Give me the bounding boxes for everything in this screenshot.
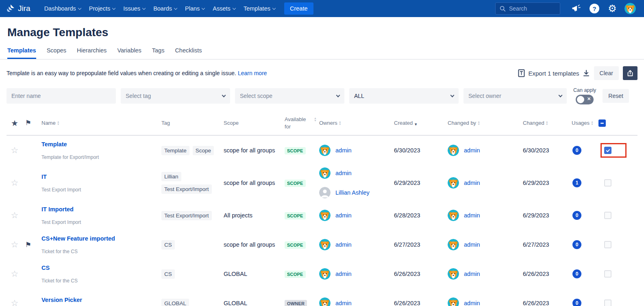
row-checkbox[interactable]	[604, 270, 611, 278]
col-header-tag[interactable]: Tag	[161, 119, 224, 127]
tag-chip: Test Export/Import	[161, 211, 212, 220]
tab-tags[interactable]: Tags	[152, 47, 165, 59]
flag-icon[interactable]: ⚑	[23, 241, 41, 249]
owner-link[interactable]: admin	[335, 241, 352, 248]
tab-hierarchies[interactable]: Hierarchies	[77, 47, 107, 59]
template-subtitle: Ticket for the CS	[41, 249, 153, 254]
star-icon[interactable]: ☆	[7, 145, 23, 155]
row-checkbox[interactable]	[604, 147, 611, 154]
owner-entry: admin	[319, 268, 389, 280]
nav-menu-templates[interactable]: Templates	[239, 3, 279, 14]
owner-link[interactable]: admin	[335, 300, 352, 306]
col-header-usages[interactable]: Usages ▲▼	[567, 119, 598, 127]
download-icon	[583, 69, 590, 77]
select-all-header	[598, 119, 627, 127]
nav-menu-assets[interactable]: Assets	[209, 3, 239, 14]
changed-by-link[interactable]: admin	[464, 212, 480, 219]
owner-link[interactable]: Lillian Ashley	[335, 189, 370, 196]
col-header-name[interactable]: Name ▲▼	[41, 119, 161, 127]
nav-menu-plans[interactable]: Plans	[181, 3, 209, 14]
star-icon[interactable]: ☆	[7, 178, 23, 188]
row-checkbox[interactable]	[604, 241, 611, 248]
table-row: ☆ ⚑ CS Ticket for the CS CS GLOBAL SCOPE…	[7, 259, 637, 289]
settings-button[interactable]: ⚙	[606, 2, 619, 15]
can-apply-toggle[interactable]: ✕	[576, 95, 594, 104]
flag-column-header-icon[interactable]: ⚑	[23, 119, 41, 127]
navbar-search[interactable]	[495, 2, 560, 15]
share-upload-icon	[627, 69, 634, 77]
top-navbar: Jira DashboardsProjectsIssuesBoardsPlans…	[0, 0, 644, 17]
name-filter-input[interactable]	[11, 93, 111, 99]
template-name-link[interactable]: Template	[41, 141, 153, 148]
page-title: Manage Templates	[7, 26, 637, 39]
col-header-scope[interactable]: Scope	[224, 119, 285, 127]
search-input[interactable]	[509, 5, 554, 12]
usages-badge: 0	[572, 269, 581, 278]
owners-cell: adminLillian Ashley	[319, 167, 389, 198]
jira-brand[interactable]: Jira	[6, 4, 30, 13]
owner-link[interactable]: admin	[335, 170, 352, 176]
star-icon[interactable]: ☆	[7, 240, 23, 250]
chevron-down-icon	[450, 93, 455, 97]
col-header-available-for[interactable]: Available for ▲▼	[285, 116, 319, 130]
template-name-link[interactable]: CS+New Feature imported	[41, 235, 153, 242]
tab-templates[interactable]: Templates	[7, 47, 36, 59]
share-button[interactable]	[623, 66, 637, 80]
announcements-button[interactable]	[570, 2, 583, 15]
tab-checklists[interactable]: Checklists	[175, 47, 202, 59]
template-name-link[interactable]: IT Imported	[41, 206, 153, 213]
changed-by-link[interactable]: admin	[464, 271, 480, 277]
tab-scopes[interactable]: Scopes	[47, 47, 66, 59]
nav-menu-projects[interactable]: Projects	[85, 3, 119, 14]
nav-menu-dashboards[interactable]: Dashboards	[40, 3, 85, 14]
nav-menu-label: Boards	[153, 5, 172, 12]
owner-link[interactable]: admin	[335, 271, 352, 277]
filter-owner-select[interactable]: Select owner	[463, 88, 567, 104]
nav-menu-issues[interactable]: Issues	[119, 3, 149, 14]
owner-link[interactable]: admin	[335, 147, 352, 154]
filter-scope-select[interactable]: Select scope	[235, 88, 344, 104]
row-checkbox-wrap	[604, 270, 627, 278]
export-templates-button[interactable]: Export 1 templates	[518, 69, 590, 77]
changed-by-link[interactable]: admin	[464, 180, 480, 186]
template-name-link[interactable]: IT	[41, 174, 153, 180]
owner-link[interactable]: admin	[335, 212, 352, 219]
available-for-badge: SCOPE	[285, 271, 306, 278]
star-column-header-icon[interactable]: ★	[7, 118, 23, 128]
star-icon[interactable]: ☆	[7, 298, 23, 306]
profile-button[interactable]	[624, 2, 637, 15]
col-header-changed-by[interactable]: Changed by ▲▼	[443, 119, 518, 127]
tag-list: Test Export/Import	[161, 211, 224, 220]
learn-more-link[interactable]: Learn more	[238, 70, 267, 76]
star-icon[interactable]: ☆	[7, 211, 23, 220]
changed-by-link[interactable]: admin	[464, 147, 480, 154]
row-checkbox[interactable]	[604, 299, 611, 306]
help-button[interactable]: ?	[588, 2, 601, 15]
filter-available-select[interactable]: ALL	[349, 88, 459, 104]
col-header-created[interactable]: Created ▲▼	[389, 119, 443, 127]
reset-button[interactable]: Reset	[603, 89, 629, 103]
changed-by-link[interactable]: admin	[464, 241, 480, 248]
tab-variables[interactable]: Variables	[117, 47, 141, 59]
clear-button[interactable]: Clear	[594, 66, 619, 80]
filter-tag-select[interactable]: Select tag	[121, 88, 230, 104]
changed-by-link[interactable]: admin	[464, 300, 480, 306]
tag-chip: CS	[161, 240, 175, 250]
owners-cell: admin	[319, 210, 389, 221]
template-name-link[interactable]: CS	[41, 265, 153, 271]
can-apply-label: Can apply	[573, 87, 596, 93]
row-checkbox[interactable]	[604, 212, 611, 219]
nav-menu-boards[interactable]: Boards	[149, 3, 181, 14]
usages-badge: 0	[572, 211, 581, 220]
col-header-owners[interactable]: Owners ▲▼	[319, 119, 389, 127]
row-checkbox[interactable]	[604, 179, 611, 187]
col-header-changed[interactable]: Changed ▲▼	[518, 119, 567, 127]
brand-name: Jira	[18, 4, 30, 13]
changed-by-cell: admin	[443, 145, 518, 156]
template-name-link[interactable]: Version Picker	[41, 297, 153, 303]
create-button[interactable]: Create	[284, 2, 313, 15]
table-row: ☆ ⚑ CS+New Feature imported Ticket for t…	[7, 230, 637, 259]
star-icon[interactable]: ☆	[7, 269, 23, 279]
select-all-checkbox[interactable]	[598, 119, 606, 127]
filter-name-field[interactable]	[7, 88, 116, 104]
